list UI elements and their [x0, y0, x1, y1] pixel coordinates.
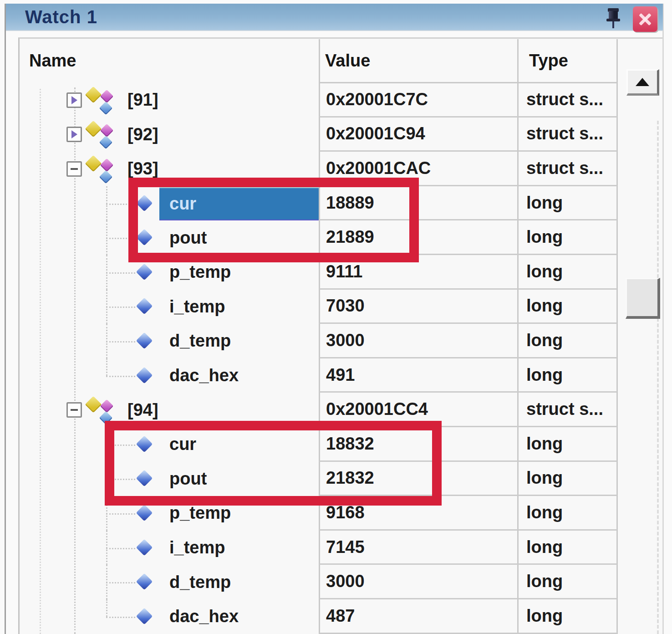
- row-name: dac_hex: [169, 607, 239, 626]
- row-type: struct s...: [517, 152, 617, 186]
- pin-icon[interactable]: [604, 6, 622, 30]
- struct-icon: [87, 154, 115, 184]
- row-name: [93]: [127, 159, 158, 179]
- row-name: [92]: [127, 125, 158, 144]
- row-name: i_temp: [169, 297, 225, 317]
- row-value[interactable]: 0x20001C7C: [319, 83, 517, 118]
- row-value[interactable]: 3000: [319, 565, 517, 599]
- expand-icon[interactable]: [66, 127, 82, 142]
- row-name: i_temp: [169, 538, 225, 557]
- row-value[interactable]: 487: [319, 599, 517, 634]
- row-type: long: [517, 324, 617, 358]
- member-diamond-icon: [137, 573, 153, 591]
- row-type: long: [517, 565, 617, 599]
- row-type: struct s...: [517, 118, 617, 152]
- member-diamond-icon: [137, 504, 153, 522]
- row-type: long: [517, 220, 617, 255]
- scrollbar-thumb[interactable]: [626, 278, 660, 319]
- name-cell: i_temp: [19, 290, 319, 324]
- row-type: long: [517, 599, 617, 634]
- struct-icon: [87, 85, 115, 115]
- row-value[interactable]: 491: [319, 358, 517, 393]
- row-value[interactable]: 7145: [319, 531, 517, 565]
- row-name: d_temp: [169, 331, 231, 351]
- struct-icon: [87, 119, 115, 149]
- row-name: p_temp: [169, 503, 231, 523]
- scroll-up-icon: [636, 78, 649, 86]
- row-type: long: [517, 496, 617, 531]
- member-diamond-icon: [137, 367, 153, 385]
- member-diamond-icon: [137, 608, 153, 626]
- row-value[interactable]: 3000: [319, 324, 517, 358]
- name-cell: dac_hex: [19, 358, 319, 393]
- expand-icon[interactable]: [66, 92, 82, 108]
- table-row[interactable]: i_temp 7145 long: [19, 531, 617, 565]
- table-row[interactable]: d_temp 3000 long: [19, 565, 617, 599]
- row-type: struct s...: [517, 83, 617, 118]
- table-row[interactable]: d_temp 3000 long: [19, 324, 617, 358]
- watch-window-titlebar[interactable]: Watch 1: [6, 4, 663, 31]
- row-type: long: [517, 186, 617, 221]
- row-type: long: [517, 358, 617, 393]
- name-cell: dac_hex: [19, 599, 319, 634]
- name-cell: d_temp: [19, 565, 319, 599]
- collapse-icon[interactable]: [66, 161, 82, 177]
- annotation-red-box-1: [128, 178, 419, 262]
- table-row[interactable]: [91] 0x20001C7C struct s...: [19, 83, 617, 118]
- name-cell: [92]: [19, 118, 319, 152]
- table-row[interactable]: [92] 0x20001C94 struct s...: [19, 118, 617, 152]
- name-cell: i_temp: [19, 531, 319, 565]
- close-button[interactable]: [633, 6, 657, 32]
- watch-rows: [91] 0x20001C7C struct s... [92] 0x20001…: [19, 83, 617, 634]
- window-title: Watch 1: [25, 7, 97, 27]
- name-cell: [91]: [19, 83, 319, 118]
- row-type: long: [517, 427, 617, 462]
- collapse-icon[interactable]: [66, 402, 82, 418]
- row-type: struct s...: [517, 393, 617, 427]
- row-value[interactable]: 0x20001C94: [319, 118, 517, 152]
- table-row[interactable]: i_temp 7030 long: [19, 290, 617, 324]
- window-left-border: [5, 4, 6, 634]
- row-type: long: [517, 255, 617, 290]
- annotation-red-box-2: [105, 421, 442, 506]
- member-diamond-icon: [137, 332, 153, 350]
- column-header-value[interactable]: Value: [325, 51, 370, 71]
- table-row[interactable]: dac_hex 491 long: [19, 358, 617, 393]
- row-name: d_temp: [169, 573, 231, 592]
- column-header-row: Name Value Type: [19, 38, 617, 83]
- member-diamond-icon: [137, 539, 153, 557]
- member-diamond-icon: [137, 297, 153, 316]
- row-name: [94]: [127, 400, 158, 420]
- row-type: long: [517, 531, 617, 565]
- row-name: [91]: [127, 90, 158, 110]
- scroll-up-button[interactable]: [626, 69, 659, 96]
- row-name: dac_hex: [169, 366, 239, 385]
- row-type: long: [517, 290, 617, 324]
- window-right-border: [662, 4, 664, 634]
- scrollbar-track[interactable]: [657, 121, 659, 634]
- member-diamond-icon: [137, 263, 153, 281]
- row-value[interactable]: 7030: [319, 290, 517, 324]
- column-header-type[interactable]: Type: [529, 51, 568, 71]
- row-name: p_temp: [169, 262, 231, 282]
- name-cell: d_temp: [19, 324, 319, 358]
- table-row[interactable]: dac_hex 487 long: [19, 599, 617, 634]
- row-type: long: [517, 462, 617, 496]
- column-header-name[interactable]: Name: [29, 51, 76, 71]
